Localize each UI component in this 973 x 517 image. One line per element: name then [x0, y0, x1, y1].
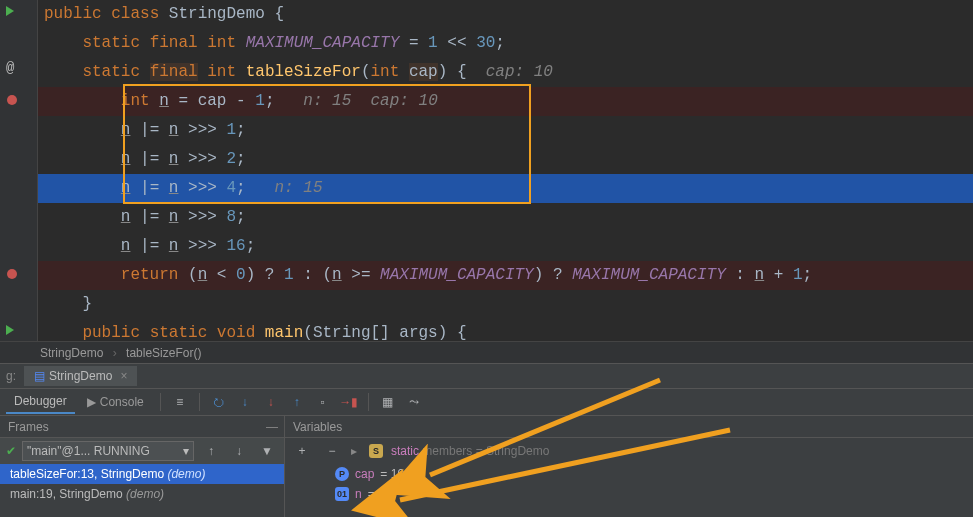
variable-row[interactable]: 01 n = 15 [285, 484, 973, 504]
code-line[interactable]: } [38, 290, 973, 319]
debugger-tab[interactable]: Debugger [6, 390, 75, 414]
threads-icon[interactable]: ≡ [169, 391, 191, 413]
step-out-icon[interactable]: ↑ [286, 391, 308, 413]
code-line[interactable]: int n = cap - 1; n: 15 cap: 10 [38, 87, 973, 116]
expand-icon[interactable]: ▸ [351, 444, 361, 458]
prev-frame-icon[interactable]: ↑ [200, 440, 222, 462]
run-to-cursor-icon[interactable]: →▮ [338, 391, 360, 413]
debug-tab-label: StringDemo [49, 369, 112, 383]
debug-panel: g: ▤ StringDemo × Debugger ▶ Console ≡ ⭮… [0, 363, 973, 517]
thread-ok-icon: ✔ [6, 444, 16, 458]
breadcrumb-separator: › [113, 346, 117, 360]
code-line[interactable]: public class StringDemo { [38, 0, 973, 29]
run-icon[interactable] [6, 6, 20, 20]
debug-config-label: g: [6, 369, 24, 383]
console-icon: ▶ [87, 395, 96, 409]
add-watch-icon[interactable]: + [291, 440, 313, 462]
stack-frame[interactable]: main:19, StringDemo (demo) [0, 484, 284, 504]
breadcrumb-class[interactable]: StringDemo [40, 346, 103, 360]
step-over-icon[interactable]: ⭮ [208, 391, 230, 413]
evaluate-icon[interactable]: ▦ [377, 391, 399, 413]
breakpoint-icon[interactable] [7, 269, 17, 279]
variables-header: Variables [285, 416, 973, 438]
remove-watch-icon[interactable]: − [321, 440, 343, 462]
debug-tab-row: g: ▤ StringDemo × [0, 364, 973, 388]
code-line[interactable]: static final int tableSizeFor(int cap) {… [38, 58, 973, 87]
code-line[interactable]: return (n < 0) ? 1 : (n >= MAXIMUM_CAPAC… [38, 261, 973, 290]
variables-pane: Variables + − ▸ S static members = Strin… [285, 416, 973, 517]
code-line[interactable]: n |= n >>> 16; [38, 232, 973, 261]
param-badge-icon: P [335, 467, 349, 481]
step-into-icon[interactable]: ↓ [234, 391, 256, 413]
close-icon[interactable]: × [120, 369, 127, 383]
stack-frame[interactable]: tableSizeFor:13, StringDemo (demo) [0, 464, 284, 484]
filter-icon[interactable]: ▼ [256, 440, 278, 462]
hide-icon[interactable]: — [266, 416, 278, 438]
int-badge-icon: 01 [335, 487, 349, 501]
static-badge-icon: S [369, 444, 383, 458]
variables-label: Variables [293, 416, 342, 438]
console-tab[interactable]: ▶ Console [79, 391, 152, 413]
thread-selector-row: ✔ "main"@1... RUNNING ▾ ↑ ↓ ▼ [0, 438, 284, 464]
tab-icon: ▤ [34, 369, 45, 383]
code-area[interactable]: public class StringDemo { static final i… [38, 0, 973, 348]
code-line[interactable]: n |= n >>> 8; [38, 203, 973, 232]
thread-selector[interactable]: "main"@1... RUNNING ▾ [22, 441, 194, 461]
next-frame-icon[interactable]: ↓ [228, 440, 250, 462]
variable-row[interactable]: P cap = 10 [285, 464, 973, 484]
run-icon[interactable] [6, 325, 20, 339]
code-line[interactable]: static final int MAXIMUM_CAPACITY = 1 <<… [38, 29, 973, 58]
drop-frame-icon[interactable]: ▫ [312, 391, 334, 413]
frames-pane: Frames — ✔ "main"@1... RUNNING ▾ ↑ ↓ ▼ t… [0, 416, 285, 517]
debug-tab[interactable]: ▤ StringDemo × [24, 366, 137, 386]
debug-panes: Frames — ✔ "main"@1... RUNNING ▾ ↑ ↓ ▼ t… [0, 416, 973, 517]
editor-gutter: @ [0, 0, 38, 341]
chevron-down-icon: ▾ [183, 444, 189, 458]
breadcrumb-method[interactable]: tableSizeFor() [126, 346, 201, 360]
separator [368, 393, 369, 411]
frames-label: Frames [8, 416, 49, 438]
thread-name: "main"@1... RUNNING [27, 444, 150, 458]
execution-line[interactable]: n |= n >>> 4; n: 15 [38, 174, 973, 203]
separator [160, 393, 161, 411]
debug-toolbar: Debugger ▶ Console ≡ ⭮ ↓ ↓ ↑ ▫ →▮ ▦ ⤳ [0, 388, 973, 416]
variables-toolbar: + − ▸ S static members = StringDemo [285, 438, 973, 464]
breakpoint-icon[interactable] [7, 95, 17, 105]
code-line[interactable]: n |= n >>> 2; [38, 145, 973, 174]
var-static[interactable]: static members = StringDemo [391, 444, 549, 458]
code-line[interactable]: n |= n >>> 1; [38, 116, 973, 145]
trace-icon[interactable]: ⤳ [403, 391, 425, 413]
separator [199, 393, 200, 411]
override-icon[interactable]: @ [6, 60, 20, 74]
code-editor[interactable]: @ public class StringDemo { static final… [0, 0, 973, 341]
code-line[interactable]: public static void main(String[] args) { [38, 319, 973, 348]
frames-header: Frames — [0, 416, 284, 438]
force-step-into-icon[interactable]: ↓ [260, 391, 282, 413]
